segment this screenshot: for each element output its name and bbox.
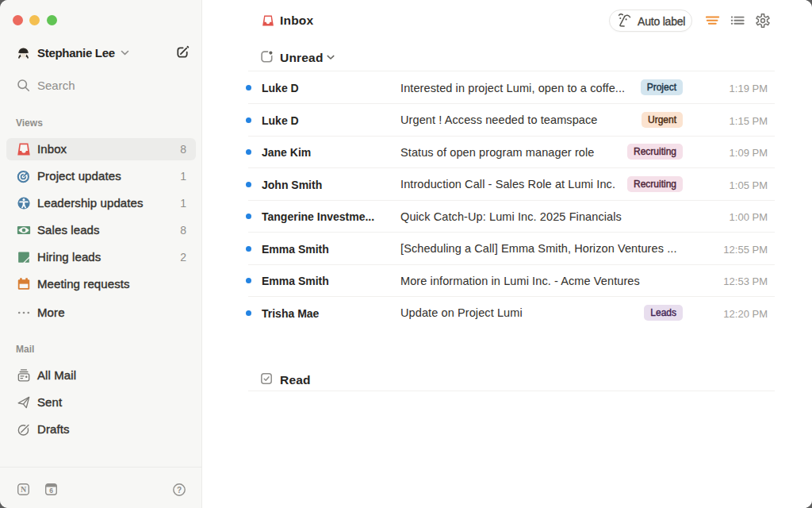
- svg-text:?: ?: [177, 486, 182, 495]
- svg-text:N: N: [21, 485, 27, 494]
- svg-text:6: 6: [49, 487, 53, 495]
